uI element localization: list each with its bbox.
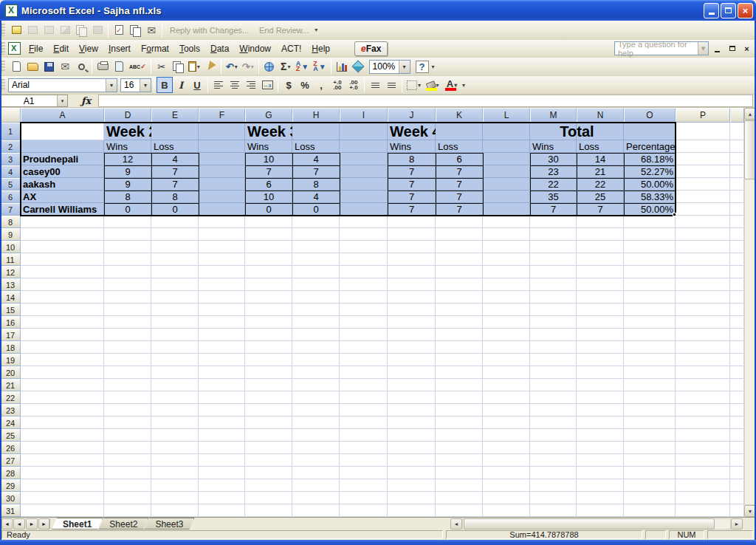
- cell-D26[interactable]: [104, 442, 151, 454]
- drawing-button[interactable]: [350, 58, 366, 75]
- cell-N2[interactable]: [577, 140, 624, 153]
- cell-G29[interactable]: [245, 479, 292, 492]
- cell-G20[interactable]: [245, 366, 292, 379]
- cell-J28[interactable]: [388, 467, 436, 479]
- redo-button[interactable]: ↷▾: [240, 58, 256, 75]
- chevron-down-icon[interactable]: ▾: [106, 79, 117, 92]
- column-header-J[interactable]: J: [388, 108, 436, 123]
- cell-D5[interactable]: [104, 178, 151, 191]
- cell-O18[interactable]: [624, 341, 676, 354]
- cell-P13[interactable]: [676, 278, 730, 291]
- row-header-25[interactable]: 25: [0, 429, 21, 442]
- cell-J29[interactable]: [388, 479, 436, 492]
- help-button[interactable]: ?: [413, 58, 431, 75]
- cell-G4[interactable]: [245, 165, 292, 178]
- cell-J24[interactable]: [388, 417, 436, 429]
- increase-indent-button[interactable]: [383, 77, 399, 93]
- row-header-13[interactable]: 13: [0, 278, 21, 291]
- cell-q9[interactable]: [730, 228, 744, 241]
- cell-D15[interactable]: [104, 304, 151, 316]
- cell-H3[interactable]: [292, 153, 340, 165]
- formula-input[interactable]: [98, 95, 753, 107]
- cell-q30[interactable]: [730, 492, 744, 504]
- format-painter-button[interactable]: [202, 58, 219, 75]
- cell-H2[interactable]: [292, 140, 340, 153]
- cell-M7[interactable]: [530, 203, 577, 216]
- cell-I3[interactable]: [340, 153, 388, 165]
- cell-H15[interactable]: [292, 304, 340, 316]
- cell-q10[interactable]: [730, 241, 744, 253]
- cell-q6[interactable]: [730, 191, 744, 203]
- email-button[interactable]: ✉: [57, 58, 73, 75]
- cell-F12[interactable]: [199, 266, 245, 278]
- row-header-6[interactable]: 6: [0, 191, 21, 203]
- cell-P15[interactable]: [676, 304, 730, 316]
- cell-A30[interactable]: [21, 492, 104, 504]
- first-sheet-button[interactable]: ◄: [1, 518, 13, 529]
- cell-q14[interactable]: [730, 291, 744, 304]
- cell-q29[interactable]: [730, 479, 744, 492]
- cell-D17[interactable]: [104, 329, 151, 341]
- cell-N26[interactable]: [577, 442, 624, 454]
- cell-N7[interactable]: [577, 203, 624, 216]
- sheet-tab-sheet1[interactable]: Sheet1: [52, 518, 103, 529]
- cell-K25[interactable]: [436, 429, 483, 442]
- row-header-16[interactable]: 16: [0, 316, 21, 329]
- decrease-indent-button[interactable]: [367, 77, 383, 93]
- name-box[interactable]: A1 ▾: [0, 95, 68, 107]
- cell-E5[interactable]: [151, 178, 199, 191]
- cell-q18[interactable]: [730, 341, 744, 354]
- cell-D12[interactable]: [104, 266, 151, 278]
- cell-N30[interactable]: [577, 492, 624, 504]
- cell-I12[interactable]: [340, 266, 388, 278]
- cell-q15[interactable]: [730, 304, 744, 316]
- cell-A13[interactable]: [21, 278, 104, 291]
- cell-L25[interactable]: [483, 429, 530, 442]
- cell-P20[interactable]: [676, 366, 730, 379]
- cell-I2[interactable]: [340, 140, 388, 153]
- cell-I31[interactable]: [340, 504, 388, 517]
- cell-M10[interactable]: [530, 241, 577, 253]
- menu-window[interactable]: Window: [234, 41, 276, 56]
- row-header-23[interactable]: 23: [0, 404, 21, 417]
- cell-O22[interactable]: [624, 391, 676, 404]
- last-sheet-button[interactable]: ►: [38, 518, 50, 529]
- cell-H16[interactable]: [292, 316, 340, 329]
- cell-G2[interactable]: [245, 140, 292, 153]
- cell-q19[interactable]: [730, 354, 744, 366]
- row-header-1[interactable]: 1: [0, 123, 21, 140]
- cell-J23[interactable]: [388, 404, 436, 417]
- workbook-close-button[interactable]: ×: [740, 43, 753, 54]
- cell-M27[interactable]: [530, 454, 577, 467]
- comma-style-button[interactable]: ,: [313, 77, 329, 93]
- cell-P5[interactable]: [676, 178, 730, 191]
- cell-N1[interactable]: [577, 123, 624, 140]
- cell-I22[interactable]: [340, 391, 388, 404]
- borders-button[interactable]: ▾: [405, 77, 423, 93]
- cell-K26[interactable]: [436, 442, 483, 454]
- row-header-15[interactable]: 15: [0, 304, 21, 316]
- cell-N11[interactable]: [577, 253, 624, 266]
- insert-hyperlink-button[interactable]: [261, 58, 278, 75]
- cell-N9[interactable]: [577, 228, 624, 241]
- cell-q17[interactable]: [730, 329, 744, 341]
- row-header-12[interactable]: 12: [0, 266, 21, 278]
- cell-L14[interactable]: [483, 291, 530, 304]
- cell-K28[interactable]: [436, 467, 483, 479]
- cell-H27[interactable]: [292, 454, 340, 467]
- cell-K1[interactable]: [436, 123, 483, 140]
- cell-H8[interactable]: [292, 216, 340, 228]
- cell-A7[interactable]: [21, 203, 104, 216]
- cell-O10[interactable]: [624, 241, 676, 253]
- cell-H24[interactable]: [292, 417, 340, 429]
- cell-D2[interactable]: [104, 140, 151, 153]
- cell-N23[interactable]: [577, 404, 624, 417]
- chevron-down-icon[interactable]: ▾: [698, 42, 708, 55]
- cell-F26[interactable]: [199, 442, 245, 454]
- cell-G13[interactable]: [245, 278, 292, 291]
- cell-O28[interactable]: [624, 467, 676, 479]
- cell-F9[interactable]: [199, 228, 245, 241]
- cell-A6[interactable]: [21, 191, 104, 203]
- cell-q7[interactable]: [730, 203, 744, 216]
- cell-I29[interactable]: [340, 479, 388, 492]
